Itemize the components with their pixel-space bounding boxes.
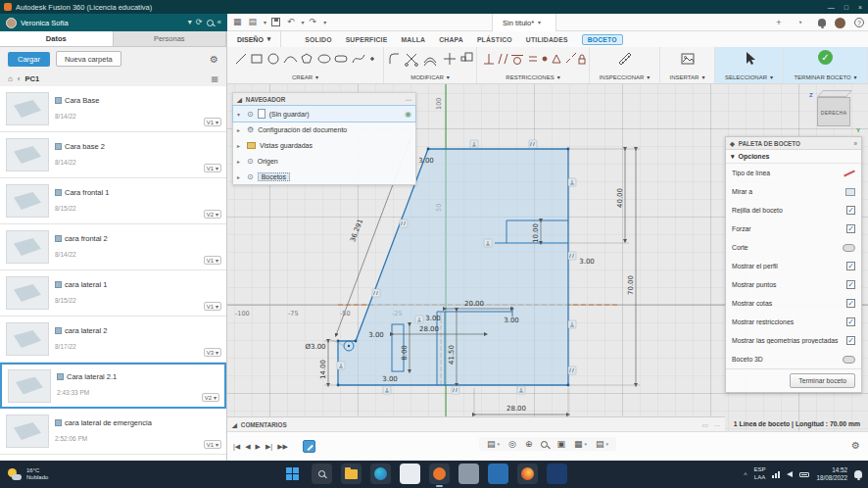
navigator-item[interactable]: ▸ Vistas guardadas (233, 137, 415, 153)
comment-bubble-icon[interactable]: ▭ (702, 421, 708, 428)
checkbox-checked-icon[interactable] (846, 317, 855, 326)
version-badge[interactable]: V1▾ (204, 256, 221, 265)
taskbar-app-gray[interactable] (458, 464, 479, 484)
look-at-icon[interactable] (845, 188, 855, 196)
search-icon[interactable] (207, 20, 214, 26)
group-label-inspeccionar[interactable]: INSPECCIONAR▾ (600, 73, 651, 81)
document-tab-caret-icon[interactable]: ▾ (538, 20, 541, 25)
tab-personas[interactable]: Personas (114, 31, 227, 46)
view-mode-icon[interactable]: ▦ (211, 74, 218, 83)
version-badge[interactable]: V1▾ (204, 440, 221, 449)
account-avatar[interactable] (835, 18, 845, 28)
group-label-modificar[interactable]: MODIFICAR▾ (410, 73, 450, 81)
palette-option-row[interactable]: Rejilla del boceto (726, 201, 861, 220)
tab-boceto[interactable]: BOCETO (582, 34, 623, 45)
panel-collapse-icon[interactable]: ◢ (237, 96, 242, 103)
file-menu-icon[interactable]: ▤ (249, 18, 258, 26)
toggle-off-icon[interactable] (843, 356, 855, 364)
navigator-item-bocetos[interactable]: ▸ ⊙ Bocetos (233, 169, 415, 184)
insertar-icon[interactable] (679, 50, 697, 68)
view-cube-front-face[interactable]: DERECHA (817, 97, 850, 126)
seleccionar-cursor-icon[interactable] (741, 50, 758, 68)
display-settings-button[interactable]: ▤▾ (487, 439, 500, 449)
comments-bar[interactable]: ◢ COMENTARIOS ▭ ⋯ (227, 416, 725, 431)
taskbar-edge[interactable] (370, 464, 391, 484)
refresh-icon[interactable]: ⟳ (196, 19, 203, 26)
line-type-icon[interactable] (844, 170, 855, 176)
redo-icon[interactable]: ↷ (310, 18, 317, 26)
list-item[interactable]: cara frontal 28/14/22 V1▾ (0, 224, 226, 270)
expand-icon[interactable]: ▸ (237, 158, 243, 165)
sketch-canvas[interactable]: 100 50 -100 -75 -50 -25 (227, 84, 868, 431)
panel-settings-gear-icon[interactable]: ⚙ (210, 54, 218, 65)
list-item-selected[interactable]: Cara lateral 2.12:43:33 PM V2▾ (0, 363, 226, 409)
palette-option-row[interactable]: Tipo de línea (726, 164, 861, 182)
version-badge[interactable]: V2▾ (204, 210, 221, 219)
taskbar-app-blue[interactable] (488, 464, 508, 484)
checkbox-checked-icon[interactable] (846, 336, 855, 345)
finish-sketch-check-icon[interactable]: ✓ (818, 50, 833, 65)
minimize-button[interactable]: — (828, 4, 835, 11)
timeline-fast-forward-button[interactable]: ▶▶ (277, 443, 288, 451)
panel-options-icon[interactable]: ⋯ (406, 96, 411, 103)
comments-collapse-icon[interactable]: ◢ (232, 421, 237, 428)
grid-settings-button[interactable]: ▦▾ (574, 439, 587, 449)
group-label-restricciones[interactable]: RESTRICCIONES▾ (506, 73, 559, 81)
finish-sketch-button[interactable]: Terminar boceto (790, 373, 855, 388)
checkbox-checked-icon[interactable] (846, 206, 855, 215)
data-panel-toggle-icon[interactable]: ▦ (233, 18, 242, 26)
palette-section-opciones[interactable]: ▾ Opciones (726, 150, 861, 164)
visibility-eye-icon[interactable]: ⊙ (247, 157, 254, 166)
home-icon[interactable]: ⌂ (8, 74, 13, 83)
taskbar-app-navy[interactable] (547, 464, 567, 484)
fit-button[interactable]: ▣ (556, 439, 565, 449)
version-badge[interactable]: V1▾ (204, 164, 221, 172)
list-item[interactable]: cara lateral de emergencia2:52:06 PM V1▾ (0, 409, 226, 455)
palette-collapse-icon[interactable]: » (853, 140, 857, 147)
file-menu-caret-icon[interactable]: ▾ (264, 20, 266, 25)
language-indicator[interactable]: ESP LAA (753, 466, 765, 482)
preferences-gear-icon[interactable]: ⚙ (851, 440, 860, 451)
group-label-crear[interactable]: CREAR▾ (292, 73, 318, 81)
new-folder-button[interactable]: Nueva carpeta (56, 51, 121, 67)
palette-option-row[interactable]: Mostrar puntos (726, 275, 861, 294)
expand-icon[interactable]: ▸ (237, 142, 243, 149)
workspace-selector[interactable]: DISEÑO ▾ (227, 31, 281, 47)
crear-tools-icons[interactable] (233, 50, 378, 68)
user-menu-caret-icon[interactable]: ▾ (188, 19, 192, 26)
taskbar-clock[interactable]: 14:52 18/08/2022 (816, 466, 847, 482)
expand-icon[interactable]: ▸ (237, 173, 243, 180)
network-icon[interactable] (772, 471, 780, 478)
inspeccionar-icon[interactable] (616, 50, 634, 68)
taskbar-firefox[interactable] (517, 464, 538, 484)
active-component-icon[interactable]: ◉ (405, 110, 411, 119)
navigator-document-row[interactable]: ▾ ⊙ (Sin guardar) ◉ (233, 106, 415, 122)
palette-option-row[interactable]: Forzar (726, 220, 861, 238)
modificar-tools-icons[interactable] (387, 50, 473, 68)
orbit-button[interactable]: ◎ (508, 439, 516, 449)
taskbar-weather-widget[interactable]: 16°C Nublado (0, 467, 48, 482)
group-label-insertar[interactable]: INSERTAR▾ (670, 73, 705, 81)
help-icon[interactable]: ? (854, 18, 864, 27)
palette-option-row[interactable]: Corte (726, 238, 861, 257)
notification-center-icon[interactable] (854, 470, 862, 478)
palette-option-row[interactable]: Mostrar restricciones (726, 313, 861, 331)
tab-chapa[interactable]: CHAPA (439, 36, 463, 43)
palette-option-row[interactable]: Mostrar el perfil (726, 257, 861, 275)
palette-option-row[interactable]: Mostrar las geometrías proyectadas (726, 331, 861, 350)
list-item[interactable]: Cara frontal 18/15/22 V2▾ (0, 178, 226, 224)
breadcrumb-location[interactable]: PC1 (25, 74, 40, 83)
user-name[interactable]: Veronica Sofía (21, 19, 184, 27)
taskbar-fusion360[interactable] (429, 464, 450, 484)
tab-superficie[interactable]: SUPERFICIE (346, 36, 388, 43)
version-badge[interactable]: V2▾ (202, 393, 219, 402)
restricciones-tools-icons[interactable] (480, 50, 586, 68)
timeline-step-back-button[interactable]: ◀ (245, 443, 250, 451)
toggle-off-icon[interactable] (843, 244, 855, 252)
tab-solido[interactable]: SOLIDO (305, 36, 331, 43)
navigator-header[interactable]: ◢ NAVEGADOR ⋯ (233, 93, 415, 106)
group-label-seleccionar[interactable]: SELECCIONAR▾ (725, 73, 773, 81)
new-tab-icon[interactable]: + (776, 19, 781, 27)
upload-button[interactable]: Cargar (8, 52, 50, 67)
navigator-item-label[interactable]: Bocetos (258, 172, 290, 181)
